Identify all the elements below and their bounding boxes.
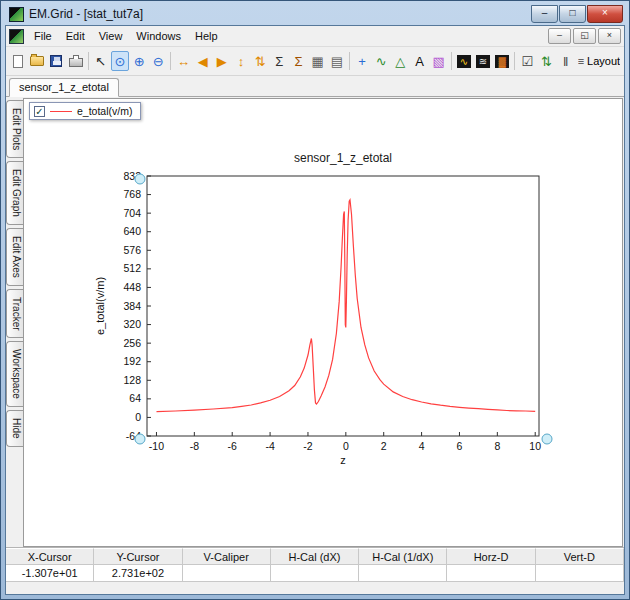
- legend-line-sample: [50, 111, 72, 112]
- menu-help[interactable]: Help: [188, 28, 225, 44]
- text-tool-button[interactable]: A: [410, 51, 428, 71]
- polygon-tool-button[interactable]: △: [391, 51, 409, 71]
- mdi-restore-button[interactable]: ◱: [573, 28, 596, 44]
- grid-table-icon: ▦: [312, 54, 324, 69]
- toolbar-separator: [514, 52, 515, 70]
- chart[interactable]: sensor_1_z_etotal -640641281922563203844…: [91, 151, 555, 480]
- chart-canvas[interactable]: -640641281922563203844485125766407047688…: [91, 166, 555, 480]
- data-sheet-button[interactable]: ▤: [328, 51, 346, 71]
- sum-x-button[interactable]: Σ: [270, 51, 288, 71]
- status-value-row: -1.307e+012.731e+02: [6, 565, 624, 582]
- toolbar: ↖⊙⊕⊖↔◀▶↕⇅ΣΣ▦▤+∿△A▧∿≋▓☑⇅‖≡Layout: [6, 47, 624, 76]
- layout-label: Layout: [587, 55, 620, 67]
- side-tab-tracker[interactable]: Tracker: [6, 289, 23, 339]
- svg-text:128: 128: [123, 374, 141, 386]
- menu-bar: FileEditViewWindowsHelp – ◱ ×: [6, 26, 624, 47]
- fft-view-button[interactable]: ∿: [455, 51, 473, 71]
- title-bar[interactable]: EM.Grid - [stat_tut7a] – □ ×: [5, 1, 625, 25]
- legend-checkbox[interactable]: ✓: [34, 106, 45, 117]
- sum-y-button[interactable]: Σ: [289, 51, 307, 71]
- toolbar-separator: [170, 52, 171, 70]
- full-scale-x-button[interactable]: ↔: [174, 51, 192, 71]
- menu-edit[interactable]: Edit: [59, 28, 92, 44]
- sum-y-icon: Σ: [294, 54, 302, 69]
- save-file-icon: [50, 55, 62, 67]
- status-header-row: X-CursorY-CursorV-CaliperH-Cal (dX)H-Cal…: [6, 548, 624, 565]
- pan-left-button[interactable]: ◀: [194, 51, 212, 71]
- chart-title: sensor_1_z_etotal: [131, 151, 555, 165]
- status-header-horz-d: Horz-D: [447, 548, 535, 565]
- svg-text:-2: -2: [303, 440, 312, 452]
- mdi-document-icon[interactable]: [9, 29, 24, 44]
- pointer-tool-button[interactable]: ↖: [92, 51, 110, 71]
- menu-windows[interactable]: Windows: [129, 28, 188, 44]
- open-folder-button[interactable]: [28, 51, 46, 71]
- pan-right-icon: ▶: [217, 54, 227, 69]
- svg-text:8: 8: [494, 440, 500, 452]
- full-scale-y-button[interactable]: ↕: [232, 51, 250, 71]
- maximize-button[interactable]: □: [559, 5, 586, 23]
- svg-text:-10: -10: [149, 440, 164, 452]
- curve-tool-icon: ∿: [376, 54, 387, 69]
- data-sheet-icon: ▤: [331, 54, 343, 69]
- image-tool-button[interactable]: ▧: [430, 51, 448, 71]
- side-tab-edit-graph[interactable]: Edit Graph: [6, 161, 23, 225]
- zoom-out-button[interactable]: ⊖: [149, 51, 167, 71]
- svg-text:640: 640: [123, 225, 141, 237]
- svg-text:-6: -6: [228, 440, 237, 452]
- side-tab-edit-plots[interactable]: Edit Plots: [6, 100, 23, 158]
- status-value-y-cursor: 2.731e+02: [94, 565, 182, 582]
- menu-view[interactable]: View: [92, 28, 130, 44]
- mdi-close-button[interactable]: ×: [598, 28, 621, 44]
- crosshair-button[interactable]: +: [353, 51, 371, 71]
- curve-tool-button[interactable]: ∿: [372, 51, 390, 71]
- cursor-status-table: X-CursorY-CursorV-CaliperH-Cal (dX)H-Cal…: [6, 547, 624, 582]
- status-header-vert-d: Vert-D: [536, 548, 624, 565]
- zoom-window-button[interactable]: ⊙: [111, 51, 129, 71]
- save-file-button[interactable]: [47, 51, 65, 71]
- plot-area[interactable]: ✓ e_total(v/m) sensor_1_z_etotal -640641…: [23, 98, 623, 547]
- status-header-y-cursor: Y-Cursor: [94, 548, 182, 565]
- print-button[interactable]: [67, 51, 85, 71]
- text-tool-icon: A: [415, 54, 424, 69]
- menu-file[interactable]: File: [27, 28, 59, 44]
- tab-sensor-1-z-etotal[interactable]: sensor_1_z_etotal: [9, 78, 119, 97]
- spectrum-view-button[interactable]: ≋: [474, 51, 492, 71]
- pause-control-icon: ‖: [563, 54, 568, 69]
- svg-text:512: 512: [123, 262, 141, 274]
- pause-control-button[interactable]: ‖: [557, 51, 575, 71]
- side-tab-strip: Edit PlotsEdit GraphEdit AxesTrackerWork…: [6, 98, 23, 547]
- svg-text:2: 2: [381, 440, 387, 452]
- colormap-view-button[interactable]: ▓: [493, 51, 511, 71]
- spin-control-icon: ⇅: [541, 54, 552, 69]
- mdi-minimize-button[interactable]: –: [548, 28, 571, 44]
- side-tab-edit-axes[interactable]: Edit Axes: [6, 228, 23, 286]
- legend-box[interactable]: ✓ e_total(v/m): [29, 102, 141, 120]
- svg-text:704: 704: [123, 207, 141, 219]
- minimize-button[interactable]: –: [531, 5, 558, 23]
- close-button[interactable]: ×: [587, 5, 623, 23]
- full-scale-y-icon: ↕: [238, 54, 245, 69]
- side-tab-workspace[interactable]: Workspace: [6, 341, 23, 407]
- grid-table-button[interactable]: ▦: [309, 51, 327, 71]
- side-tab-hide[interactable]: Hide: [6, 410, 23, 447]
- layout-button[interactable]: ≡Layout: [577, 51, 621, 71]
- svg-text:z: z: [340, 454, 346, 466]
- svg-text:e_total(v/m): e_total(v/m): [94, 277, 106, 335]
- spin-control-button[interactable]: ⇅: [537, 51, 555, 71]
- toolbar-separator: [88, 52, 89, 70]
- status-value-vert-d: [536, 565, 624, 582]
- autoscale-y-button[interactable]: ⇅: [251, 51, 269, 71]
- svg-text:-4: -4: [265, 440, 274, 452]
- full-scale-x-icon: ↔: [177, 54, 190, 69]
- options-checkbox-button[interactable]: ☑: [518, 51, 536, 71]
- new-file-button[interactable]: [9, 51, 27, 71]
- status-header-v-caliper: V-Caliper: [183, 548, 271, 565]
- status-header-h-cal-1-dx: H-Cal (1/dX): [359, 548, 447, 565]
- svg-text:768: 768: [123, 188, 141, 200]
- pan-right-button[interactable]: ▶: [213, 51, 231, 71]
- zoom-in-button[interactable]: ⊕: [130, 51, 148, 71]
- new-file-icon: [13, 55, 23, 68]
- toolbar-separator: [349, 52, 350, 70]
- zoom-in-icon: ⊕: [134, 54, 145, 69]
